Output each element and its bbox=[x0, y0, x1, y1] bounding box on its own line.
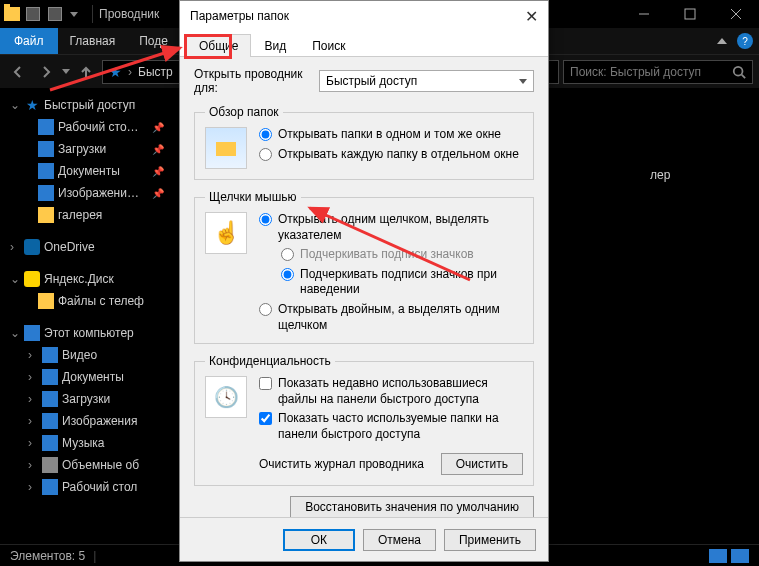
help-icon[interactable]: ? bbox=[737, 33, 753, 49]
window-controls bbox=[621, 0, 759, 28]
sidebar-label: Быстрый доступ bbox=[44, 98, 135, 112]
apply-button[interactable]: Применить bbox=[444, 529, 536, 551]
cursor-icon bbox=[205, 212, 247, 254]
maximize-button[interactable] bbox=[667, 0, 713, 28]
browse-folders-group: Обзор папок Открывать папки в одном и то… bbox=[194, 105, 534, 180]
sidebar-label: Изображения bbox=[62, 414, 137, 428]
sidebar-label: OneDrive bbox=[44, 240, 95, 254]
window-title: Проводник bbox=[99, 7, 159, 21]
sidebar-label: Музыка bbox=[62, 436, 104, 450]
tab-share[interactable]: Поде bbox=[127, 28, 180, 54]
svg-point-4 bbox=[734, 66, 743, 75]
pin-icon: 📌 bbox=[152, 188, 164, 199]
sidebar-label: Файлы с телеф bbox=[58, 294, 144, 308]
view-details-icon[interactable] bbox=[709, 549, 727, 563]
sidebar-item-yandex-files[interactable]: Файлы с телеф bbox=[0, 290, 170, 312]
radio-double-click[interactable]: Открывать двойным, а выделять одним щелч… bbox=[259, 302, 523, 333]
radio-single-click[interactable]: Открывать одним щелчком, выделять указат… bbox=[259, 212, 523, 243]
sidebar-label: Изображени… bbox=[58, 186, 139, 200]
tab-home[interactable]: Главная bbox=[58, 28, 128, 54]
sidebar-item-music[interactable]: ›Музыка bbox=[0, 432, 170, 454]
qat-properties-icon[interactable] bbox=[26, 7, 40, 21]
clear-history-button[interactable]: Очистить bbox=[441, 453, 523, 475]
browse-legend: Обзор папок bbox=[205, 105, 283, 119]
check-recent-files[interactable]: Показать недавно использовавшиеся файлы … bbox=[259, 376, 523, 407]
sidebar-item-documents2[interactable]: ›Документы bbox=[0, 366, 170, 388]
sidebar-label: Документы bbox=[58, 164, 120, 178]
checkbox-label: Показать часто используемые папки на пан… bbox=[278, 411, 523, 442]
dialog-title: Параметры папок bbox=[190, 9, 289, 23]
restore-defaults-button[interactable]: Восстановить значения по умолчанию bbox=[290, 496, 534, 517]
checkbox-input[interactable] bbox=[259, 377, 272, 390]
sidebar-item-thispc[interactable]: ⌄Этот компьютер bbox=[0, 322, 170, 344]
tab-general[interactable]: Общие bbox=[186, 34, 251, 57]
qat-dropdown-icon[interactable] bbox=[70, 12, 78, 17]
folder-icon bbox=[4, 7, 20, 21]
sidebar-label: Видео bbox=[62, 348, 97, 362]
minimize-button[interactable] bbox=[621, 0, 667, 28]
close-button[interactable] bbox=[713, 0, 759, 28]
pin-icon: 📌 bbox=[152, 166, 164, 177]
nav-history-dropdown[interactable] bbox=[62, 69, 70, 74]
sidebar-label: Рабочий сто… bbox=[58, 120, 139, 134]
sidebar-label: Этот компьютер bbox=[44, 326, 134, 340]
radio-new-window[interactable]: Открывать каждую папку в отдельном окне bbox=[259, 147, 523, 163]
radio-input[interactable] bbox=[281, 248, 294, 261]
radio-label: Открывать папки в одном и том же окне bbox=[278, 127, 501, 143]
breadcrumb[interactable]: Быстр bbox=[138, 65, 173, 79]
radio-label: Подчеркивать подписи значков при наведен… bbox=[300, 267, 523, 298]
sidebar-item-desktop[interactable]: Рабочий сто…📌 bbox=[0, 116, 170, 138]
tab-file[interactable]: Файл bbox=[0, 28, 58, 54]
checkbox-input[interactable] bbox=[259, 412, 272, 425]
radio-underline-always[interactable]: Подчеркивать подписи значков bbox=[281, 247, 523, 263]
sidebar-item-gallery[interactable]: галерея bbox=[0, 204, 170, 226]
radio-label: Открывать одним щелчком, выделять указат… bbox=[278, 212, 523, 243]
view-large-icon[interactable] bbox=[731, 549, 749, 563]
nav-back-button[interactable] bbox=[6, 60, 30, 84]
radio-input[interactable] bbox=[259, 213, 272, 226]
sidebar: ⌄★Быстрый доступ Рабочий сто…📌 Загрузки📌… bbox=[0, 88, 170, 544]
nav-up-button[interactable] bbox=[74, 60, 98, 84]
tab-view[interactable]: Вид bbox=[251, 34, 299, 57]
sidebar-item-videos[interactable]: ›Видео bbox=[0, 344, 170, 366]
sidebar-item-3dobjects[interactable]: ›Объемные об bbox=[0, 454, 170, 476]
radio-underline-hover[interactable]: Подчеркивать подписи значков при наведен… bbox=[281, 267, 523, 298]
radio-label: Подчеркивать подписи значков bbox=[300, 247, 474, 263]
sidebar-item-pictures2[interactable]: ›Изображения bbox=[0, 410, 170, 432]
sidebar-item-pictures[interactable]: Изображени…📌 bbox=[0, 182, 170, 204]
sidebar-item-yandex[interactable]: ⌄Яндекс.Диск bbox=[0, 268, 170, 290]
sidebar-label: Яндекс.Диск bbox=[44, 272, 114, 286]
qat-newfolder-icon[interactable] bbox=[48, 7, 62, 21]
sidebar-item-desktop2[interactable]: ›Рабочий стол bbox=[0, 476, 170, 498]
radio-input[interactable] bbox=[259, 128, 272, 141]
open-for-value: Быстрый доступ bbox=[326, 74, 417, 88]
sidebar-item-downloads2[interactable]: ›Загрузки bbox=[0, 388, 170, 410]
radio-input[interactable] bbox=[259, 148, 272, 161]
nav-forward-button[interactable] bbox=[34, 60, 58, 84]
sidebar-item-downloads[interactable]: Загрузки📌 bbox=[0, 138, 170, 160]
cancel-button[interactable]: Отмена bbox=[363, 529, 436, 551]
sidebar-label: Загрузки bbox=[62, 392, 110, 406]
status-text: Элементов: 5 bbox=[10, 549, 85, 563]
sidebar-item-documents[interactable]: Документы📌 bbox=[0, 160, 170, 182]
sidebar-item-quick-access[interactable]: ⌄★Быстрый доступ bbox=[0, 94, 170, 116]
open-for-combo[interactable]: Быстрый доступ bbox=[319, 70, 534, 92]
search-icon bbox=[732, 65, 746, 79]
radio-input[interactable] bbox=[281, 268, 294, 281]
click-behavior-group: Щелчки мышью Открывать одним щелчком, вы… bbox=[194, 190, 534, 344]
collapse-ribbon-icon[interactable] bbox=[717, 38, 727, 44]
sidebar-item-onedrive[interactable]: ›OneDrive bbox=[0, 236, 170, 258]
dialog-tabs: Общие Вид Поиск bbox=[180, 31, 548, 57]
ok-button[interactable]: ОК bbox=[283, 529, 355, 551]
radio-same-window[interactable]: Открывать папки в одном и том же окне bbox=[259, 127, 523, 143]
radio-input[interactable] bbox=[259, 303, 272, 316]
check-frequent-folders[interactable]: Показать часто используемые папки на пан… bbox=[259, 411, 523, 442]
svg-rect-1 bbox=[685, 9, 695, 19]
browse-folders-icon bbox=[205, 127, 247, 169]
checkbox-label: Показать недавно использовавшиеся файлы … bbox=[278, 376, 523, 407]
svg-line-5 bbox=[742, 74, 746, 78]
tab-search[interactable]: Поиск bbox=[299, 34, 358, 57]
dialog-body: Открыть проводник для: Быстрый доступ Об… bbox=[180, 57, 548, 517]
search-input[interactable]: Поиск: Быстрый доступ bbox=[563, 60, 753, 84]
dialog-close-button[interactable]: ✕ bbox=[525, 7, 538, 26]
